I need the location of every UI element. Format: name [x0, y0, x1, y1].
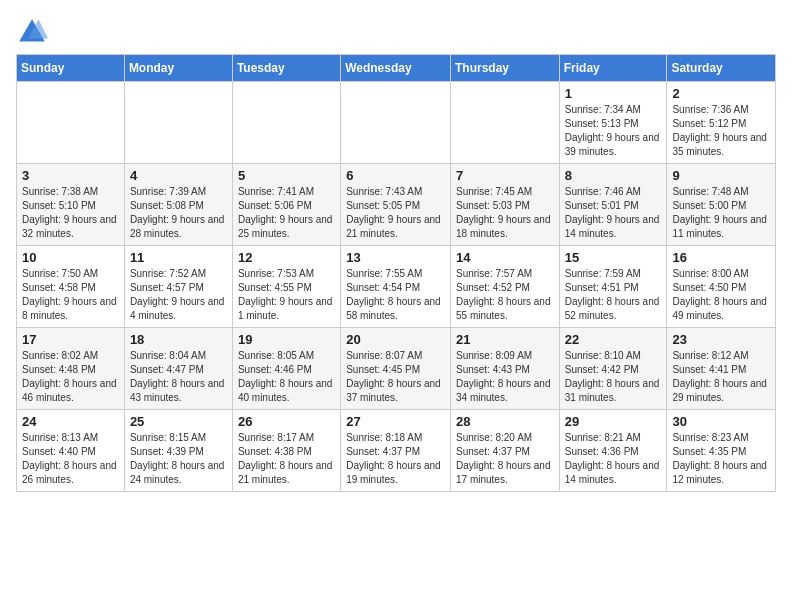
logo-icon	[16, 16, 48, 48]
day-detail: Sunrise: 8:12 AM Sunset: 4:41 PM Dayligh…	[672, 349, 770, 405]
calendar-body: 1Sunrise: 7:34 AM Sunset: 5:13 PM Daylig…	[17, 82, 776, 492]
calendar-cell: 30Sunrise: 8:23 AM Sunset: 4:35 PM Dayli…	[667, 410, 776, 492]
day-number: 14	[456, 250, 554, 265]
day-number: 18	[130, 332, 227, 347]
calendar-week-4: 17Sunrise: 8:02 AM Sunset: 4:48 PM Dayli…	[17, 328, 776, 410]
calendar-cell: 1Sunrise: 7:34 AM Sunset: 5:13 PM Daylig…	[559, 82, 667, 164]
day-number: 22	[565, 332, 662, 347]
day-number: 2	[672, 86, 770, 101]
day-number: 1	[565, 86, 662, 101]
day-detail: Sunrise: 7:34 AM Sunset: 5:13 PM Dayligh…	[565, 103, 662, 159]
day-detail: Sunrise: 7:36 AM Sunset: 5:12 PM Dayligh…	[672, 103, 770, 159]
calendar-cell: 8Sunrise: 7:46 AM Sunset: 5:01 PM Daylig…	[559, 164, 667, 246]
calendar-cell: 24Sunrise: 8:13 AM Sunset: 4:40 PM Dayli…	[17, 410, 125, 492]
day-number: 9	[672, 168, 770, 183]
weekday-row: SundayMondayTuesdayWednesdayThursdayFrid…	[17, 55, 776, 82]
calendar-cell: 27Sunrise: 8:18 AM Sunset: 4:37 PM Dayli…	[341, 410, 451, 492]
calendar-cell: 10Sunrise: 7:50 AM Sunset: 4:58 PM Dayli…	[17, 246, 125, 328]
weekday-header-sunday: Sunday	[17, 55, 125, 82]
day-detail: Sunrise: 8:10 AM Sunset: 4:42 PM Dayligh…	[565, 349, 662, 405]
calendar-cell: 13Sunrise: 7:55 AM Sunset: 4:54 PM Dayli…	[341, 246, 451, 328]
calendar-cell	[341, 82, 451, 164]
day-detail: Sunrise: 7:52 AM Sunset: 4:57 PM Dayligh…	[130, 267, 227, 323]
day-number: 6	[346, 168, 445, 183]
day-number: 25	[130, 414, 227, 429]
day-number: 3	[22, 168, 119, 183]
calendar-week-1: 1Sunrise: 7:34 AM Sunset: 5:13 PM Daylig…	[17, 82, 776, 164]
day-detail: Sunrise: 7:43 AM Sunset: 5:05 PM Dayligh…	[346, 185, 445, 241]
day-number: 12	[238, 250, 335, 265]
day-number: 17	[22, 332, 119, 347]
day-detail: Sunrise: 7:39 AM Sunset: 5:08 PM Dayligh…	[130, 185, 227, 241]
calendar-cell: 5Sunrise: 7:41 AM Sunset: 5:06 PM Daylig…	[232, 164, 340, 246]
calendar-cell: 23Sunrise: 8:12 AM Sunset: 4:41 PM Dayli…	[667, 328, 776, 410]
day-number: 16	[672, 250, 770, 265]
day-detail: Sunrise: 8:13 AM Sunset: 4:40 PM Dayligh…	[22, 431, 119, 487]
weekday-header-saturday: Saturday	[667, 55, 776, 82]
day-number: 29	[565, 414, 662, 429]
calendar-cell: 15Sunrise: 7:59 AM Sunset: 4:51 PM Dayli…	[559, 246, 667, 328]
day-number: 27	[346, 414, 445, 429]
day-detail: Sunrise: 8:00 AM Sunset: 4:50 PM Dayligh…	[672, 267, 770, 323]
calendar-cell: 20Sunrise: 8:07 AM Sunset: 4:45 PM Dayli…	[341, 328, 451, 410]
day-detail: Sunrise: 8:20 AM Sunset: 4:37 PM Dayligh…	[456, 431, 554, 487]
calendar-cell: 21Sunrise: 8:09 AM Sunset: 4:43 PM Dayli…	[450, 328, 559, 410]
calendar-cell: 25Sunrise: 8:15 AM Sunset: 4:39 PM Dayli…	[124, 410, 232, 492]
calendar-cell: 3Sunrise: 7:38 AM Sunset: 5:10 PM Daylig…	[17, 164, 125, 246]
calendar-cell: 19Sunrise: 8:05 AM Sunset: 4:46 PM Dayli…	[232, 328, 340, 410]
day-number: 26	[238, 414, 335, 429]
day-number: 7	[456, 168, 554, 183]
day-detail: Sunrise: 8:17 AM Sunset: 4:38 PM Dayligh…	[238, 431, 335, 487]
calendar-header: SundayMondayTuesdayWednesdayThursdayFrid…	[17, 55, 776, 82]
weekday-header-thursday: Thursday	[450, 55, 559, 82]
day-number: 4	[130, 168, 227, 183]
weekday-header-wednesday: Wednesday	[341, 55, 451, 82]
calendar-cell: 9Sunrise: 7:48 AM Sunset: 5:00 PM Daylig…	[667, 164, 776, 246]
day-detail: Sunrise: 7:57 AM Sunset: 4:52 PM Dayligh…	[456, 267, 554, 323]
day-number: 15	[565, 250, 662, 265]
day-detail: Sunrise: 8:21 AM Sunset: 4:36 PM Dayligh…	[565, 431, 662, 487]
day-number: 24	[22, 414, 119, 429]
weekday-header-monday: Monday	[124, 55, 232, 82]
calendar: SundayMondayTuesdayWednesdayThursdayFrid…	[16, 54, 776, 492]
day-detail: Sunrise: 7:55 AM Sunset: 4:54 PM Dayligh…	[346, 267, 445, 323]
calendar-cell: 18Sunrise: 8:04 AM Sunset: 4:47 PM Dayli…	[124, 328, 232, 410]
day-detail: Sunrise: 8:07 AM Sunset: 4:45 PM Dayligh…	[346, 349, 445, 405]
day-number: 8	[565, 168, 662, 183]
day-number: 30	[672, 414, 770, 429]
day-number: 5	[238, 168, 335, 183]
day-number: 11	[130, 250, 227, 265]
weekday-header-friday: Friday	[559, 55, 667, 82]
day-detail: Sunrise: 8:04 AM Sunset: 4:47 PM Dayligh…	[130, 349, 227, 405]
calendar-cell: 28Sunrise: 8:20 AM Sunset: 4:37 PM Dayli…	[450, 410, 559, 492]
day-number: 23	[672, 332, 770, 347]
day-number: 10	[22, 250, 119, 265]
day-detail: Sunrise: 7:46 AM Sunset: 5:01 PM Dayligh…	[565, 185, 662, 241]
day-number: 28	[456, 414, 554, 429]
day-detail: Sunrise: 8:09 AM Sunset: 4:43 PM Dayligh…	[456, 349, 554, 405]
calendar-cell: 12Sunrise: 7:53 AM Sunset: 4:55 PM Dayli…	[232, 246, 340, 328]
calendar-cell: 29Sunrise: 8:21 AM Sunset: 4:36 PM Dayli…	[559, 410, 667, 492]
day-detail: Sunrise: 8:15 AM Sunset: 4:39 PM Dayligh…	[130, 431, 227, 487]
calendar-cell: 6Sunrise: 7:43 AM Sunset: 5:05 PM Daylig…	[341, 164, 451, 246]
calendar-cell: 11Sunrise: 7:52 AM Sunset: 4:57 PM Dayli…	[124, 246, 232, 328]
day-detail: Sunrise: 7:48 AM Sunset: 5:00 PM Dayligh…	[672, 185, 770, 241]
calendar-cell: 14Sunrise: 7:57 AM Sunset: 4:52 PM Dayli…	[450, 246, 559, 328]
day-number: 21	[456, 332, 554, 347]
calendar-cell	[450, 82, 559, 164]
calendar-cell	[17, 82, 125, 164]
calendar-cell	[124, 82, 232, 164]
calendar-cell: 26Sunrise: 8:17 AM Sunset: 4:38 PM Dayli…	[232, 410, 340, 492]
page: SundayMondayTuesdayWednesdayThursdayFrid…	[0, 0, 792, 504]
calendar-cell: 22Sunrise: 8:10 AM Sunset: 4:42 PM Dayli…	[559, 328, 667, 410]
calendar-cell: 2Sunrise: 7:36 AM Sunset: 5:12 PM Daylig…	[667, 82, 776, 164]
calendar-cell	[232, 82, 340, 164]
logo	[16, 16, 52, 48]
day-detail: Sunrise: 8:18 AM Sunset: 4:37 PM Dayligh…	[346, 431, 445, 487]
day-detail: Sunrise: 7:45 AM Sunset: 5:03 PM Dayligh…	[456, 185, 554, 241]
calendar-week-3: 10Sunrise: 7:50 AM Sunset: 4:58 PM Dayli…	[17, 246, 776, 328]
calendar-cell: 7Sunrise: 7:45 AM Sunset: 5:03 PM Daylig…	[450, 164, 559, 246]
day-detail: Sunrise: 8:05 AM Sunset: 4:46 PM Dayligh…	[238, 349, 335, 405]
weekday-header-tuesday: Tuesday	[232, 55, 340, 82]
calendar-cell: 16Sunrise: 8:00 AM Sunset: 4:50 PM Dayli…	[667, 246, 776, 328]
